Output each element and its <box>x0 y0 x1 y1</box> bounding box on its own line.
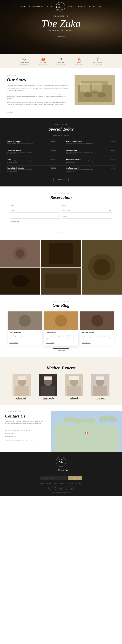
svg-point-4 <box>97 92 106 98</box>
dinner-icon: 🍷 <box>59 57 64 62</box>
expert-svg-2 <box>39 374 57 396</box>
menu-categories-row: 🍽 Breakfast 08:00 – 11:00 🦀 Crabs 11:00 … <box>0 54 122 68</box>
reservation-guests-input[interactable] <box>62 214 112 218</box>
special-item: Roasted Steak Roulade Lorem ipsum dolor … <box>7 166 61 174</box>
expert-card-4: Annie Klein Executive Chef <box>88 374 112 400</box>
newsletter-subscribe-button[interactable]: SUBSCRIBE <box>68 476 82 480</box>
footer-newsletter-form: SUBSCRIBE <box>7 476 115 480</box>
footer-nav-menu[interactable]: MENU <box>47 483 51 484</box>
category-cake[interactable]: 🎂 Cake 09:00 – 18:00 <box>70 57 88 65</box>
pinterest-icon[interactable]: p <box>70 486 74 490</box>
expert-photo-2 <box>39 374 57 396</box>
category-dinner[interactable]: 🍷 Dinner 16:00 – 22:00 <box>52 57 70 65</box>
nav-pages[interactable]: PAGES <box>89 6 96 8</box>
svg-rect-32 <box>41 386 55 396</box>
gallery-item-1 <box>0 240 40 267</box>
special-item-desc: Lorem ipsum dolor sit amet consectetur a… <box>7 142 34 146</box>
svg-rect-36 <box>67 386 81 396</box>
nav-blog[interactable]: BLOG <box>68 6 73 8</box>
special-heading: Special Today <box>7 127 115 132</box>
footer-nav-pages[interactable]: PAGES <box>68 483 73 484</box>
expert-svg-1 <box>13 374 31 396</box>
reservation-date-input[interactable] <box>62 208 112 213</box>
special-item-price: $24.95 <box>110 141 115 142</box>
category-cocktails[interactable]: 🍸 Cocktails 17:00 – 23:00 <box>88 57 107 65</box>
blog-card-title-1: Tasty As Reality <box>10 332 40 334</box>
special-item-name: Roasted Steak Roulade <box>7 167 34 169</box>
special-item-desc: Lorem ipsum dolor sit amet consectetur a… <box>66 160 93 164</box>
site-logo[interactable]: The Zuka EST. 2015 <box>55 2 65 12</box>
contact-map[interactable] <box>51 411 122 452</box>
footer-logo-circle: The Zuka EST <box>56 457 66 467</box>
blog-card-body-1: Tasty As Reality Lorem ipsum dolor sit a… <box>8 330 42 346</box>
svg-rect-19 <box>45 274 77 288</box>
blog-card-image-1 <box>8 312 42 330</box>
special-item-name: Cornish – Mackerel <box>7 150 34 151</box>
blog-read-more-1[interactable]: READ MORE <box>10 342 18 344</box>
googleplus-icon[interactable]: g+ <box>59 486 63 490</box>
blog-read-more-3[interactable]: READ MORE <box>82 342 90 344</box>
svg-rect-33 <box>44 376 52 380</box>
special-item-name: Campo Lindo Chicken <box>66 141 93 142</box>
footer-nav-contact[interactable]: CONTACT <box>75 483 82 484</box>
blog-cards-row: Tasty As Reality Lorem ipsum dolor sit a… <box>5 312 117 346</box>
nav-reservations[interactable]: RESERVATIONS <box>29 6 44 8</box>
our-story-explore-link[interactable]: EXPLORE <box>7 112 15 113</box>
category-crabs[interactable]: 🦀 Crabs 11:00 – 14:00 <box>34 57 52 65</box>
gallery-item-3 <box>82 240 122 294</box>
reservation-time-input[interactable] <box>10 214 60 218</box>
blog-img-svg-1 <box>8 312 42 330</box>
gallery-food-svg-2 <box>41 240 81 267</box>
special-item: Confit de Canard Lorem ipsum dolor sit a… <box>61 166 115 174</box>
footer-nav-blog[interactable]: BLOG <box>53 483 57 484</box>
footer-nav-about[interactable]: ABOUT <box>60 483 65 484</box>
newsletter-email-input[interactable] <box>40 476 67 480</box>
reservation-email-input[interactable] <box>62 203 112 207</box>
book-now-button[interactable]: BOOK NOW <box>52 231 70 235</box>
special-item-price: $12.00 <box>51 158 56 160</box>
reservation-phone-input[interactable] <box>10 208 60 213</box>
expert-photo-4 <box>91 374 109 396</box>
reservation-name-input[interactable] <box>10 203 60 207</box>
category-breakfast[interactable]: 🍽 Breakfast 08:00 – 11:00 <box>15 57 34 65</box>
special-item-desc: Lorem ipsum dolor sit amet consectetur a… <box>7 169 34 172</box>
twitter-icon[interactable]: t <box>54 486 57 490</box>
special-item-desc: Lorem ipsum dolor sit amet consectetur a… <box>66 142 93 146</box>
blog-img-svg-3 <box>80 312 114 330</box>
expert-photo-3 <box>65 374 83 396</box>
expert-name-1: Roberto Carlos <box>10 397 34 399</box>
special-item-price: $04.95 <box>51 167 56 169</box>
hero-explore-button[interactable]: EXPLORE <box>53 34 69 39</box>
gallery-food-svg-1 <box>0 240 40 267</box>
blog-section: Share It Simple Our Blog Tasty As Realit… <box>0 294 122 357</box>
gallery-food-svg-3 <box>82 240 122 294</box>
reservation-message-input[interactable] <box>10 220 112 228</box>
footer-nav-home[interactable]: HOME <box>40 483 44 484</box>
nav-menu[interactable]: MENU <box>47 6 53 8</box>
expert-svg-3 <box>65 374 83 396</box>
facebook-icon[interactable]: f <box>48 486 52 490</box>
footer: The Zuka EST Our Newsletter Subscribe to… <box>0 452 122 496</box>
blog-read-more-2[interactable]: READ MORE <box>46 342 54 344</box>
dinner-hours: 16:00 – 22:00 <box>57 64 66 65</box>
linkedin-icon[interactable]: in <box>65 486 68 490</box>
blog-img-svg-2 <box>44 312 78 330</box>
special-items-grid: English Asparagus Lorem ipsum dolor sit … <box>7 139 115 174</box>
dinner-label: Dinner <box>58 62 64 64</box>
nav-about[interactable]: ABOUT US <box>76 6 86 8</box>
svg-rect-40 <box>93 386 107 396</box>
our-story-text: Discover Our Story Lorem ipsum dolor sit… <box>7 75 70 113</box>
search-icon[interactable]: 🔍 <box>99 6 101 8</box>
show-all-button[interactable]: SHOW ALL <box>53 348 69 352</box>
gallery-food-svg-5 <box>41 268 81 294</box>
kitchen-experts-section: Meet & Greets Kitchen Experts Roberto Ca… <box>0 357 122 405</box>
cake-hours: 09:00 – 18:00 <box>75 64 83 65</box>
blog-card-1: Tasty As Reality Lorem ipsum dolor sit a… <box>8 312 42 346</box>
special-item: Poulet Cordon Bleu Lorem ipsum dolor sit… <box>61 157 115 166</box>
special-item-name: Quail <box>7 158 34 160</box>
special-explore-button[interactable]: EXPLORE <box>53 178 69 182</box>
nav-home[interactable]: HOME <box>21 6 26 8</box>
map-svg <box>51 411 122 452</box>
special-eyebrow: Special Today <box>7 124 115 126</box>
svg-point-15 <box>93 258 110 276</box>
